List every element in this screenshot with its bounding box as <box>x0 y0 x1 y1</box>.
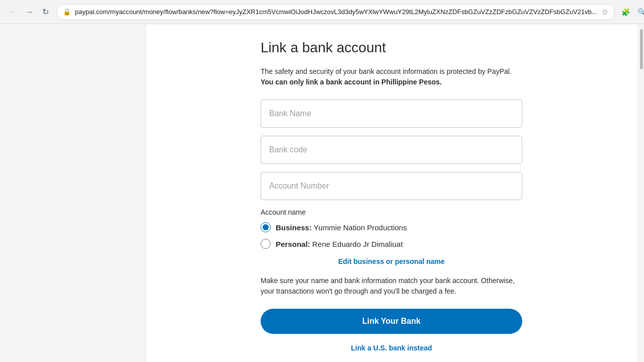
browser-chrome: ← → ↻ 🔒 paypal.com/myaccount/money/flow/… <box>0 0 644 24</box>
form-container: Link a bank account The safety and secur… <box>261 34 522 352</box>
warning-text: Make sure your name and bank information… <box>261 276 522 297</box>
nav-buttons: ← → ↻ <box>6 5 52 19</box>
sidebar <box>0 24 146 362</box>
description-part2: You can only link a bank account in Phil… <box>261 78 442 86</box>
bank-code-group <box>261 136 522 164</box>
page-content: Link a bank account The safety and secur… <box>0 24 644 362</box>
personal-radio-input[interactable] <box>261 239 271 249</box>
description-part1: The safety and security of your bank acc… <box>261 67 512 75</box>
link-bank-button[interactable]: Link Your Bank <box>261 309 522 334</box>
star-icon[interactable]: ☆ <box>601 7 608 17</box>
bank-name-group <box>261 100 522 128</box>
personal-label-strong: Personal: <box>276 240 310 248</box>
personal-label-rest: Rene Eduardo Jr Dimaliuat <box>312 240 403 248</box>
description: The safety and security of your bank acc… <box>261 66 522 87</box>
business-radio-input[interactable] <box>261 222 271 232</box>
main-content: Link a bank account The safety and secur… <box>146 24 637 362</box>
extensions-button[interactable]: 🧩 <box>619 5 633 19</box>
business-radio-option[interactable]: Business: Yummie Nation Productions <box>261 222 522 233</box>
edit-name-link[interactable]: Edit business or personal name <box>261 257 522 265</box>
toolbar-icons: 🧩 🔍 Y G <box>619 5 644 19</box>
reload-button[interactable]: ↻ <box>38 5 52 19</box>
us-bank-link[interactable]: Link a U.S. bank instead <box>261 344 522 352</box>
account-name-label: Account name <box>261 208 522 216</box>
personal-radio-label: Personal: Rene Eduardo Jr Dimaliuat <box>276 239 403 249</box>
business-radio-label: Business: Yummie Nation Productions <box>276 222 407 233</box>
personal-radio-option[interactable]: Personal: Rene Eduardo Jr Dimaliuat <box>261 239 522 249</box>
business-label-rest: Yummie Nation Productions <box>314 223 407 232</box>
scrollbar-thumb[interactable] <box>640 29 643 69</box>
account-name-radio-group: Business: Yummie Nation Productions Pers… <box>261 222 522 249</box>
address-bar[interactable]: 🔒 paypal.com/myaccount/money/flow/banks/… <box>56 4 615 20</box>
forward-button[interactable]: → <box>22 5 36 19</box>
lock-icon: 🔒 <box>63 8 71 16</box>
back-button[interactable]: ← <box>6 5 20 19</box>
page-title: Link a bank account <box>261 39 522 56</box>
bank-code-input[interactable] <box>261 136 522 164</box>
bank-name-input[interactable] <box>261 100 522 128</box>
business-label-strong: Business: <box>276 223 312 232</box>
scrollbar-area <box>637 24 644 362</box>
account-number-input[interactable] <box>261 172 522 200</box>
search-labs-button[interactable]: 🔍 <box>635 5 644 19</box>
account-number-group <box>261 172 522 200</box>
url-text: paypal.com/myaccount/money/flow/banks/ne… <box>75 8 597 16</box>
